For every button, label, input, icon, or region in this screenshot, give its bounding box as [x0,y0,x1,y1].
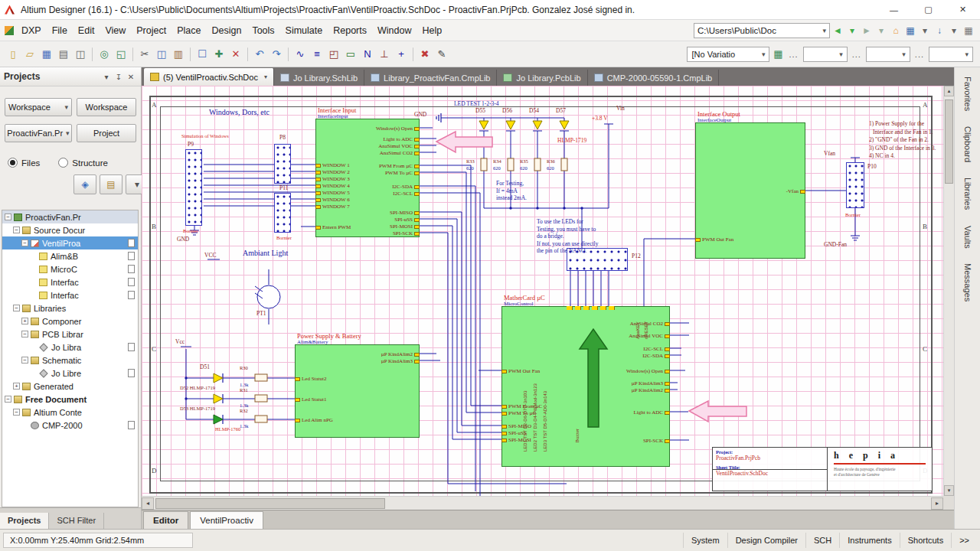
no-erc-icon[interactable]: ✖ [417,47,433,62]
close-icon[interactable]: ✕ [125,73,137,81]
menu-item[interactable]: Tools [247,22,279,39]
sheet-entry[interactable]: SPI-SCK [393,230,420,237]
sheet-entry[interactable]: Entern PWM [315,224,351,231]
part-value[interactable]: Bornier [276,236,292,241]
toolbar-combo-1[interactable] [803,47,848,62]
panel-tab[interactable]: Messages [963,263,972,302]
status-bar-button[interactable]: SCH [805,533,839,548]
sheet-entry[interactable]: WINDOW 2 [315,169,350,176]
document-tab[interactable]: (5) VentilProactiv.SchDoc [144,68,274,86]
tree-item[interactable]: − Altium Conte [2,406,138,419]
sheet-entry[interactable]: I2C-SDA [392,184,420,191]
vertical-scrollbar[interactable]: ▴ ▾ [943,86,954,496]
power-label[interactable]: Vcc [175,339,185,345]
tree-expander-icon[interactable]: + [13,383,20,390]
panel-bottom-tab[interactable]: Projects [0,513,49,529]
toolbar-icon[interactable] [190,47,191,61]
tree-item[interactable]: + Componer [2,315,138,328]
section-title[interactable]: Ambiant Light [243,249,288,257]
tree-item[interactable]: − ProactivFan.Pr [2,210,138,223]
tree-expander-icon[interactable]: − [21,331,28,337]
workspace-button[interactable]: Workspace [77,98,136,116]
new-document-icon[interactable]: ▯ [5,47,21,62]
panel-tab[interactable]: Favorites [963,77,972,111]
back-caret-icon[interactable]: ▾ [845,24,859,37]
toolbar-icon[interactable] [247,47,248,61]
designator[interactable]: P9 [188,142,194,148]
tree-item[interactable]: − VentilProa [2,236,138,249]
toolbar-combo-2[interactable] [866,47,910,62]
connector-p10[interactable] [846,162,864,208]
sheet-symbol-power-supply[interactable]: Power Supply & Battery Alim&Battery Led … [295,344,420,438]
save-icon[interactable]: ▦ [39,47,54,62]
menu-item[interactable]: View [100,22,131,39]
sheet-entry[interactable]: I2C-SDA [642,353,670,360]
menu-item[interactable]: Window [372,22,416,39]
status-bar-button[interactable]: Instruments [839,533,899,548]
workspace-dropdown-button[interactable]: Workspace [5,98,72,116]
sheet-entry[interactable]: PWM Out Fan [695,236,733,243]
document-tab[interactable]: CMP-2000-05590-1.CmpLib [588,70,720,86]
menu-item[interactable]: Place [172,22,206,39]
panel-bottom-tab[interactable]: SCH Filter [49,513,104,529]
download-caret-icon[interactable]: ▾ [947,24,961,37]
tree-item[interactable]: Alim&B [2,249,138,262]
designator[interactable]: P12 [632,253,641,259]
toolbar-icon[interactable] [413,47,413,61]
toolbar-overflow[interactable]: ... [789,50,798,59]
paste-icon[interactable]: ▥ [171,47,186,62]
designator[interactable]: R35 [520,159,528,165]
comment-label[interactable]: Simulation of Windows [181,134,229,139]
move-icon[interactable]: ✚ [211,47,227,62]
part-value[interactable]: Bornier [183,229,198,234]
menu-item[interactable]: Simulate [280,22,328,39]
close-button[interactable]: ✕ [946,0,980,19]
grid-icon[interactable]: ▦ [962,24,975,37]
pencil-icon[interactable]: ✎ [434,47,449,62]
tree-item[interactable]: Interfac [2,289,138,302]
part-value[interactable]: 1.3k [240,424,248,429]
home-icon[interactable]: ⌂ [889,24,903,37]
project-button[interactable]: Project [77,124,136,142]
sheet-entry[interactable]: WINDOW 3 [315,176,350,183]
sheet-entry[interactable]: µP KindAlim3 [632,380,670,387]
variant-manager-icon[interactable]: ▦ [770,47,786,62]
sheet-entry[interactable]: -Vfan [786,188,805,195]
part-value[interactable]: HLMP-1760 [215,427,240,432]
radio-structure[interactable]: Structure [58,158,108,168]
menu-item[interactable]: Project [131,22,172,39]
editor-tab[interactable]: VentilProactiv [190,511,263,529]
section-title[interactable]: Windows, Dors, etc [209,109,270,116]
editor-tab[interactable]: Editor [143,511,188,529]
sheet-entry[interactable]: SPI-uSS [394,217,420,223]
sheet-entry[interactable]: µP KindAlim3 [381,358,420,365]
panel-tab[interactable]: Libraries [963,178,972,210]
power-port-icon[interactable]: ⊥ [377,47,392,62]
designator[interactable]: R32 [240,409,248,414]
open-icon[interactable]: ▱ [22,47,38,62]
designator[interactable]: P8 [279,135,286,141]
status-bar-button[interactable]: Shortcuts [900,533,951,548]
print-preview-icon[interactable]: ◫ [73,47,88,62]
document-tab[interactable]: Jo Library.SchLib [274,70,364,86]
tree-expander-icon[interactable]: − [13,305,20,311]
sheet-entry[interactable]: AnaSimul VOC [378,143,420,150]
connector-p8[interactable] [274,144,291,184]
designator[interactable]: D56 [502,108,512,114]
tree-expander-icon[interactable]: − [5,214,11,220]
minimize-button[interactable]: — [877,0,911,19]
variant-select[interactable]: [No Variatio [687,47,769,62]
tree-expander-icon[interactable]: − [13,227,20,233]
sheet-entry[interactable]: PWM To µC [385,170,420,177]
tree-item[interactable]: Jo Libre [2,367,138,380]
pin-icon[interactable]: ↧ [113,73,125,81]
designator[interactable]: R34 [493,159,501,165]
copy-icon[interactable]: ◫ [154,47,169,62]
designator[interactable]: D52 HLMP-1719 [180,386,215,391]
tree-item[interactable]: − Free Document [2,393,138,406]
tree-item[interactable]: CMP-2000 [2,419,138,432]
power-label[interactable]: GND-Fan [824,242,847,248]
zoom-area-icon[interactable]: ◱ [113,47,129,62]
part-value[interactable]: 620 [520,166,528,171]
designator[interactable]: D57 [556,108,566,114]
